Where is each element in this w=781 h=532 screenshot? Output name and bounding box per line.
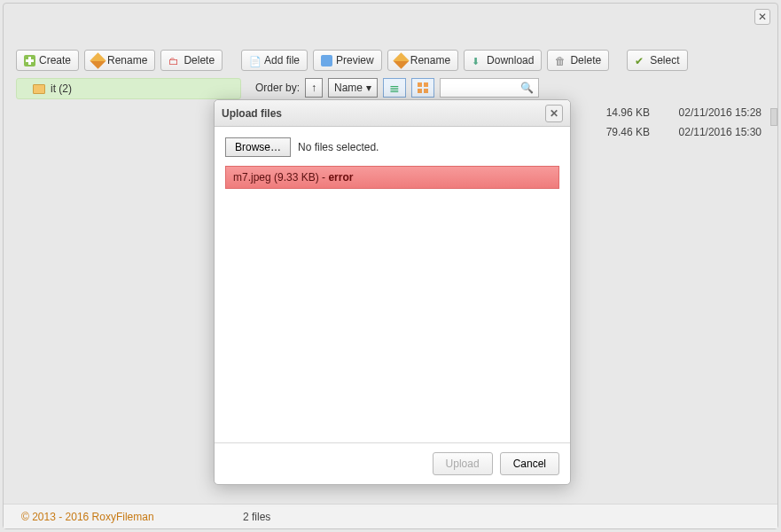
check-icon: [635, 55, 646, 66]
file-date: 02/11/2016 15:30: [650, 126, 765, 138]
dialog-titlebar[interactable]: Upload files ✕: [215, 100, 570, 127]
trash-icon: [555, 55, 566, 66]
pencil-icon: [393, 52, 409, 68]
sort-direction-button[interactable]: ↑: [305, 78, 323, 98]
preview-button[interactable]: Preview: [313, 50, 382, 71]
browse-row: Browse… No files selected.: [225, 137, 559, 157]
search-input[interactable]: [444, 82, 520, 94]
browse-button[interactable]: Browse…: [225, 137, 291, 157]
rename-folder-button[interactable]: Rename: [84, 50, 155, 71]
filter-bar: Order by: ↑ Name▾: [255, 78, 539, 98]
folder-icon: [33, 84, 45, 94]
tree-item-label: it (2): [51, 82, 72, 95]
sort-field-select[interactable]: Name▾: [328, 78, 378, 98]
file-date: 02/11/2016 15:28: [650, 106, 765, 119]
file-count: 2 files: [243, 511, 270, 523]
dialog-close-button[interactable]: ✕: [545, 105, 563, 122]
footer: © 2013 - 2016 RoxyFileman 2 files: [4, 504, 777, 528]
upload-item-error: m7.jpeg (9.33 KB) - error: [225, 166, 559, 189]
upload-dialog: Upload files ✕ Browse… No files selected…: [214, 99, 571, 485]
folder-toolbar: Create Rename Delete: [16, 50, 241, 78]
toolbar: Create Rename Delete Add file Preview Re…: [16, 50, 765, 78]
add-file-button[interactable]: Add file: [241, 50, 308, 71]
select-label: Select: [650, 54, 679, 66]
search-box[interactable]: [440, 78, 539, 98]
dialog-body: Browse… No files selected. m7.jpeg (9.33…: [215, 127, 570, 442]
file-add-icon: [249, 55, 261, 66]
rename-file-label: Rename: [410, 54, 450, 66]
preview-label: Preview: [336, 54, 374, 66]
download-button[interactable]: Download: [464, 50, 542, 71]
create-label: Create: [39, 54, 71, 66]
dialog-footer: Upload Cancel: [215, 442, 570, 484]
app-close-button[interactable]: ✕: [754, 9, 770, 25]
pencil-icon: [90, 52, 105, 68]
file-size: 79.46 KB: [582, 126, 650, 138]
rename-folder-label: Rename: [107, 54, 147, 66]
grid-view-button[interactable]: [411, 78, 434, 98]
chevron-down-icon: ▾: [366, 82, 371, 94]
delete-folder-label: Delete: [184, 54, 215, 66]
tree-item-it[interactable]: it (2): [16, 78, 241, 99]
download-icon: [472, 55, 483, 66]
dialog-title: Upload files: [222, 107, 282, 120]
download-label: Download: [487, 54, 534, 66]
upload-item-status: error: [328, 171, 353, 184]
folder-tree: it (2): [16, 78, 241, 497]
preview-icon: [321, 55, 332, 66]
list-icon: [389, 81, 400, 95]
app-frame: ✕ Create Rename Delete Add file Preview …: [3, 3, 778, 529]
no-files-text: No files selected.: [298, 141, 379, 153]
order-by-label: Order by:: [255, 82, 300, 94]
create-button[interactable]: Create: [16, 50, 79, 71]
upload-button[interactable]: Upload: [433, 452, 493, 475]
add-file-label: Add file: [264, 54, 300, 66]
delete-file-button[interactable]: Delete: [547, 50, 609, 71]
delete-folder-icon: [168, 55, 180, 66]
upload-item-name: m7.jpeg (9.33 KB) -: [233, 171, 328, 184]
delete-file-label: Delete: [570, 54, 601, 66]
delete-folder-button[interactable]: Delete: [160, 50, 223, 71]
file-size: 14.96 KB: [582, 106, 650, 119]
list-view-button[interactable]: [383, 78, 406, 98]
file-toolbar: Add file Preview Rename Download Delete …: [241, 50, 765, 78]
grid-icon: [418, 82, 428, 93]
select-button[interactable]: Select: [627, 50, 687, 71]
cancel-button[interactable]: Cancel: [500, 452, 559, 475]
rename-file-button[interactable]: Rename: [387, 50, 458, 71]
add-icon: [24, 55, 35, 66]
copyright-text: © 2013 - 2016 RoxyFileman: [4, 511, 243, 523]
search-icon: [520, 82, 534, 94]
scrollbar-thumb[interactable]: [770, 108, 777, 126]
